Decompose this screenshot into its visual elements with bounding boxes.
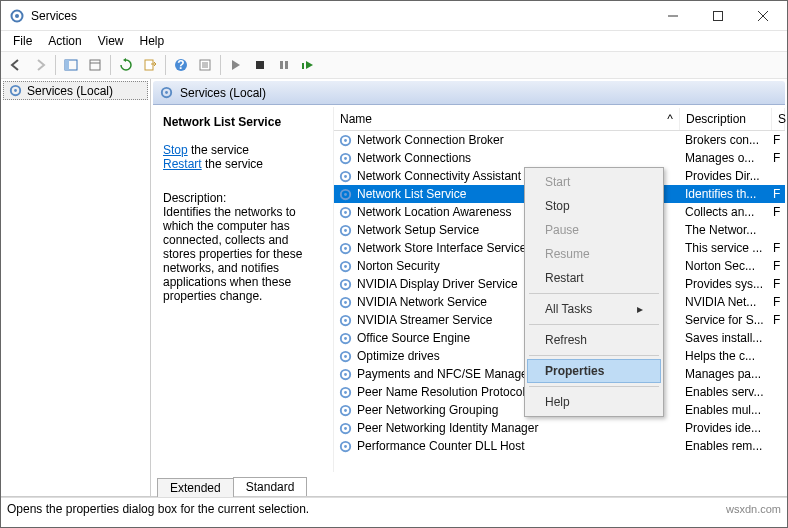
forward-button[interactable] xyxy=(29,54,51,76)
stop-service-button[interactable] xyxy=(249,54,271,76)
export-button[interactable] xyxy=(84,54,106,76)
menu-view[interactable]: View xyxy=(90,32,132,50)
service-desc-cell: Brokers con... xyxy=(681,133,773,147)
gear-icon xyxy=(338,259,353,274)
detail-pane: Services (Local) Network List Service St… xyxy=(151,79,787,496)
ctx-restart[interactable]: Restart xyxy=(527,266,661,290)
tab-standard[interactable]: Standard xyxy=(233,477,308,496)
service-detail: Network List Service Stop the service Re… xyxy=(153,107,333,472)
gear-icon xyxy=(338,133,353,148)
statusbar: Opens the properties dialog box for the … xyxy=(1,497,787,519)
submenu-arrow-icon: ▸ xyxy=(637,302,643,316)
service-name-cell: NVIDIA Display Driver Service xyxy=(357,277,518,291)
svg-rect-3 xyxy=(713,11,722,20)
service-name-cell: Network Connectivity Assistant xyxy=(357,169,521,183)
col-description[interactable]: Description xyxy=(680,108,772,130)
start-service-button[interactable] xyxy=(225,54,247,76)
service-name-cell: Network Location Awareness xyxy=(357,205,512,219)
minimize-button[interactable] xyxy=(650,1,695,30)
svg-point-30 xyxy=(344,175,347,178)
menu-separator xyxy=(529,293,659,294)
svg-rect-17 xyxy=(256,61,264,69)
ctx-resume[interactable]: Resume xyxy=(527,242,661,266)
gear-icon xyxy=(338,403,353,418)
svg-point-26 xyxy=(344,139,347,142)
service-desc-cell: Provides ide... xyxy=(681,421,773,435)
svg-point-22 xyxy=(14,89,17,92)
ctx-help[interactable]: Help xyxy=(527,390,661,414)
table-row[interactable]: Performance Counter DLL HostEnables rem.… xyxy=(334,437,785,455)
gear-icon xyxy=(338,385,353,400)
svg-point-52 xyxy=(344,373,347,376)
menu-action[interactable]: Action xyxy=(40,32,89,50)
gear-icon xyxy=(338,223,353,238)
service-desc-cell: Provides sys... xyxy=(681,277,773,291)
context-menu: Start Stop Pause Resume Restart All Task… xyxy=(524,167,664,417)
service-desc-cell: Manages pa... xyxy=(681,367,773,381)
svg-point-38 xyxy=(344,247,347,250)
col-status[interactable]: S xyxy=(772,108,785,130)
ctx-pause[interactable]: Pause xyxy=(527,218,661,242)
svg-point-58 xyxy=(344,427,347,430)
table-row[interactable]: Network Connection BrokerBrokers con...F xyxy=(334,131,785,149)
refresh-button[interactable] xyxy=(115,54,137,76)
close-button[interactable] xyxy=(740,1,785,30)
gear-icon xyxy=(338,349,353,364)
menu-separator xyxy=(529,324,659,325)
stop-service-line: Stop the service xyxy=(163,143,323,157)
table-row[interactable]: Network ConnectionsManages o...F xyxy=(334,149,785,167)
restart-service-button[interactable] xyxy=(297,54,319,76)
stop-link[interactable]: Stop xyxy=(163,143,188,157)
service-desc-cell: Enables serv... xyxy=(681,385,773,399)
ctx-stop[interactable]: Stop xyxy=(527,194,661,218)
menu-help[interactable]: Help xyxy=(132,32,173,50)
menu-separator xyxy=(529,386,659,387)
tab-extended[interactable]: Extended xyxy=(157,478,234,497)
titlebar: Services xyxy=(1,1,787,31)
properties-button[interactable] xyxy=(194,54,216,76)
table-row[interactable]: Peer Networking Identity ManagerProvides… xyxy=(334,419,785,437)
gear-icon xyxy=(338,205,353,220)
svg-rect-8 xyxy=(90,60,100,70)
service-desc-cell: Collects an... xyxy=(681,205,773,219)
show-hide-tree-button[interactable] xyxy=(60,54,82,76)
maximize-button[interactable] xyxy=(695,1,740,30)
tree-node-services-local[interactable]: Services (Local) xyxy=(3,81,148,100)
gear-icon xyxy=(338,313,353,328)
svg-point-32 xyxy=(344,193,347,196)
gear-icon xyxy=(338,439,353,454)
menu-file[interactable]: File xyxy=(5,32,40,50)
watermark: wsxdn.com xyxy=(726,503,781,515)
gear-icon xyxy=(338,295,353,310)
restart-service-line: Restart the service xyxy=(163,157,323,171)
content-area: Services (Local) Services (Local) Networ… xyxy=(1,79,787,497)
gear-icon xyxy=(338,331,353,346)
col-name[interactable]: Name^ xyxy=(334,108,680,130)
service-name-cell: Peer Name Resolution Protocol xyxy=(357,385,525,399)
help-button[interactable]: ? xyxy=(170,54,192,76)
service-status-cell: F xyxy=(773,313,785,327)
export-list-button[interactable] xyxy=(139,54,161,76)
ctx-refresh[interactable]: Refresh xyxy=(527,328,661,352)
ctx-properties[interactable]: Properties xyxy=(527,359,661,383)
pause-service-button[interactable] xyxy=(273,54,295,76)
gear-icon xyxy=(8,83,23,98)
service-status-cell: F xyxy=(773,205,785,219)
description-label: Description: xyxy=(163,191,323,205)
ctx-start[interactable]: Start xyxy=(527,170,661,194)
gear-icon xyxy=(338,151,353,166)
gear-icon xyxy=(338,367,353,382)
service-desc-cell: This service ... xyxy=(681,241,773,255)
back-button[interactable] xyxy=(5,54,27,76)
svg-text:?: ? xyxy=(177,58,184,72)
ctx-all-tasks[interactable]: All Tasks▸ xyxy=(527,297,661,321)
sort-indicator-icon: ^ xyxy=(667,112,673,126)
service-desc-cell: NVIDIA Net... xyxy=(681,295,773,309)
svg-point-54 xyxy=(344,391,347,394)
svg-point-56 xyxy=(344,409,347,412)
svg-rect-18 xyxy=(280,61,283,69)
window-title: Services xyxy=(31,9,650,23)
svg-point-44 xyxy=(344,301,347,304)
service-desc-cell: Identifies th... xyxy=(681,187,773,201)
restart-link[interactable]: Restart xyxy=(163,157,202,171)
